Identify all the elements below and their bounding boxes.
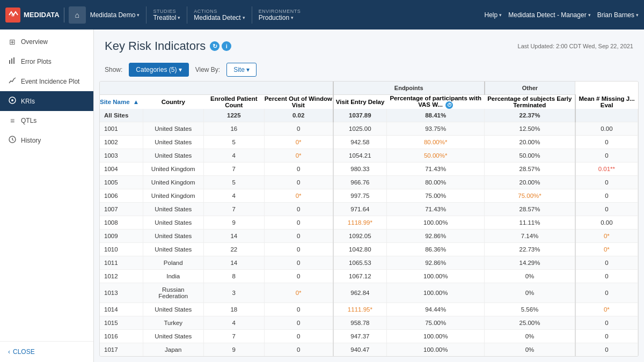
cell-missing: 0 [575,283,638,303]
table-row: 1006 United Kingdom 4 0* 997.75 75.00% 7… [100,189,638,203]
site-filter-label: Site ▾ [233,66,250,73]
cell-terminated: 22.73% [485,243,575,256]
sidebar-item-error-plots[interactable]: Error Plots [0,51,93,71]
qtls-label: QTLs [21,117,36,124]
nav-right-section: Help ▾ Medidata Detect - Manager ▾ Brian… [485,11,639,19]
site-filter-button[interactable]: Site ▾ [226,63,257,77]
close-button[interactable]: ‹ CLOSE [0,341,93,362]
cell-site: 1004 [100,162,143,176]
cell-enrolled: 4 [204,316,265,330]
cell-enrolled: 7 [204,162,265,176]
environments-label: ENVIRONMENTS [259,9,301,14]
nav-studies[interactable]: STUDIES Treatitol ▾ [153,9,180,21]
sidebar-item-kris[interactable]: KRIs [0,91,93,111]
cell-missing: 0* [575,303,638,316]
sidebar-item-overview[interactable]: ⊞ Overview [0,32,93,51]
cell-visit-delay: 940.47 [333,343,387,357]
actions-value: Medidata Detect ▾ [194,14,245,21]
cell-terminated: 5.56% [485,303,575,316]
col-header-vas: Percentage of participants with VAS W...… [387,95,485,109]
table-body: All Sites 1225 0.02 1037.89 88.41% 22.37… [100,109,638,357]
col-header-site-name[interactable]: Site Name ▲ [100,95,143,109]
cell-pct-window: 0 [264,176,333,189]
sidebar-item-qtls[interactable]: ≡ QTLs [0,111,93,130]
cell-missing: 0 [575,343,638,357]
table-row: 1009 United States 14 0 1092.05 92.86% 7… [100,230,638,243]
cell-visit-delay: 1025.00 [333,122,387,136]
cell-pct-window: 0 [264,357,333,357]
cell-country: United States [143,330,204,343]
cell-pct-window: 0 [264,230,333,243]
table-row: 1012 India 8 0 1067.12 100.00% 0% 0 [100,270,638,283]
cell-country: Japan [143,343,204,357]
home-icon: ⌂ [75,11,79,19]
cell-missing: 0 [575,316,638,330]
cell-terminated: 0% [485,270,575,283]
cell-country [143,109,204,122]
cell-country: United States [143,203,204,216]
cell-country: United Kingdom [143,162,204,176]
table-row: 1013 Russian Federation 3 0* 962.84 100.… [100,283,638,303]
nav-actions[interactable]: ACTIONS Medidata Detect ▾ [194,9,245,21]
cell-pct-window: 0 [264,270,333,283]
view-by-label: View By: [195,66,220,73]
kri-table: Endpoints Other Site Name ▲ Country Enro… [100,82,638,357]
cell-pct-window: 0 [264,216,333,230]
cell-terminated: 28.57% [485,162,575,176]
cell-pct-window: 0 [264,203,333,216]
cell-terminated: 20.00% [485,136,575,149]
cell-terminated: 0% [485,343,575,357]
cell-visit-delay: 942.58 [333,136,387,149]
cell-enrolled: 22 [204,243,265,256]
cell-visit-delay: 1058.30 [333,357,387,357]
page-title-icons: ↻ i [210,41,231,51]
cell-terminated: 11.11% [485,357,575,357]
cell-terminated: 25.00% [485,316,575,330]
cell-missing: 0 [575,136,638,149]
cell-country: Poland [143,256,204,270]
svg-point-0 [11,13,14,17]
cell-terminated: 11.11% [485,216,575,230]
close-chevron-icon: ‹ [8,348,10,356]
show-label: Show: [105,66,122,73]
cell-visit-delay: 980.33 [333,162,387,176]
cell-missing: 0.00 [575,122,638,136]
cell-visit-delay: 1065.53 [333,256,387,270]
col-header-missing: Mean # Missing J... Eval [575,95,638,109]
table-row: 1007 United States 7 0 971.64 71.43% 28.… [100,203,638,216]
manager-menu[interactable]: Medidata Detect - Manager ▾ [508,11,590,19]
sidebar-item-event-incidence[interactable]: Event Incidence Plot [0,71,93,91]
sidebar-item-history[interactable]: History [0,130,93,150]
cell-missing: 0.01** [575,162,638,176]
svg-rect-1 [9,60,10,64]
cell-visit-delay: 962.84 [333,283,387,303]
cell-site: 1018 [100,357,143,357]
cell-terminated: 7.14% [485,230,575,243]
filters-row: Show: Categories (5) ▾ View By: Site ▾ [94,58,644,81]
table-row: 1008 United States 9 0 1118.99* 100.00% … [100,216,638,230]
help-menu[interactable]: Help ▾ [485,11,502,19]
col-header-terminated: Percentage of subjects Early Terminated [485,95,575,109]
col-group-endpoints: Endpoints [333,82,485,95]
info-icon[interactable]: i [222,41,231,51]
user-menu[interactable]: Brian Barnes ▾ [597,11,639,19]
categories-filter-button[interactable]: Categories (5) ▾ [129,63,188,77]
cell-country: India [143,270,204,283]
nav-medidata-demo[interactable]: Medidata Demo ▾ [90,11,140,19]
table-row: 1015 Turkey 4 0 958.78 75.00% 25.00% 0 [100,316,638,330]
cell-terminated: 12.50% [485,122,575,136]
refresh-icon[interactable]: ↻ [210,41,219,51]
cell-vas: 75.00% [387,189,485,203]
cell-vas: 86.36% [387,243,485,256]
cell-enrolled: 8 [204,270,265,283]
kri-table-wrapper[interactable]: Endpoints Other Site Name ▲ Country Enro… [99,81,639,357]
cell-enrolled: 9 [204,343,265,357]
home-button[interactable]: ⌂ [69,6,86,24]
cell-site: 1007 [100,203,143,216]
cell-visit-delay: 1111.95* [333,303,387,316]
cell-site: 1008 [100,216,143,230]
cell-terminated: 20.00% [485,176,575,189]
nav-divider-3 [252,6,252,24]
cell-vas: 100.00% [387,357,485,357]
nav-environments[interactable]: ENVIRONMENTS Production ▾ [259,9,301,21]
